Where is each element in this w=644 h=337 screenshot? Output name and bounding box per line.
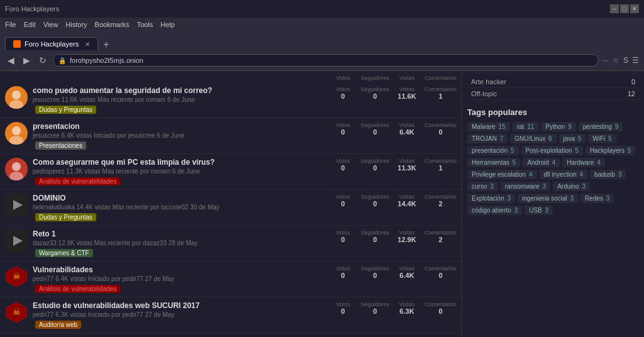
cloud-tag-count: 6 xyxy=(548,135,552,142)
cloud-tag[interactable]: Python 9 xyxy=(541,122,575,131)
table-row[interactable]: ☠ Herramientas para analizar vulnerabili… xyxy=(0,333,462,337)
post-avatar xyxy=(5,194,28,216)
minimize-button[interactable]: ─ xyxy=(610,4,619,13)
back-button[interactable]: ◀ xyxy=(5,54,17,67)
address-input[interactable]: 🔒 forohpysho2t5mjs.onion xyxy=(53,54,599,67)
table-row[interactable]: presentacionjesuscree 6.4K vistas Inicia… xyxy=(0,118,462,154)
cloud-tag[interactable]: WiFi 5 xyxy=(588,134,616,143)
cloud-tag[interactable]: código abierto 3 xyxy=(467,206,522,215)
stat-label: Vistas xyxy=(399,301,414,307)
table-row[interactable]: Reto 1dazaz33 12.9K vistas Más reciente … xyxy=(0,226,462,262)
more-button[interactable]: ··· xyxy=(602,56,609,65)
menu-bar: File Edit View History Bookmarks Tools H… xyxy=(0,18,644,31)
cloud-tag[interactable]: presentación 5 xyxy=(467,146,519,155)
post-tag[interactable]: Presentaciones xyxy=(35,141,86,150)
sidebar-category-row[interactable]: Arte hacker0 xyxy=(467,76,639,88)
post-info: Vulnerabilidadespedri77 6.4K vistas Inic… xyxy=(33,265,325,293)
stat-col: Vistas11.3K xyxy=(394,158,419,172)
stat-col: Seguidores0 xyxy=(360,86,389,100)
stat-col: Vistas6.4K xyxy=(394,122,419,136)
new-tab-button[interactable]: + xyxy=(99,39,113,50)
cloud-tag-count: 5 xyxy=(575,147,579,154)
stat-value: 1 xyxy=(438,92,442,100)
table-row[interactable]: DOMINIOhelenakatluska 14.4K vistas Más r… xyxy=(0,190,462,226)
table-row[interactable]: ☠ Estudio de vulnerabilidades web SUCURI… xyxy=(0,297,462,333)
menu-button[interactable]: ☰ xyxy=(632,56,639,65)
cloud-tag-count: 4 xyxy=(529,171,533,178)
stat-value: 11.6K xyxy=(397,92,416,100)
stat-col: Votos0 xyxy=(330,158,355,172)
cloud-tag[interactable]: java 5 xyxy=(559,134,586,143)
post-tag[interactable]: Análisis de vulnerabilidades xyxy=(35,177,120,185)
cloud-tag[interactable]: Explotación 3 xyxy=(467,194,515,203)
post-info: DOMINIOhelenakatluska 14.4K vistas Más r… xyxy=(33,194,325,221)
stat-col: Vistas14.4K xyxy=(394,194,419,207)
svg-text:☠: ☠ xyxy=(13,307,21,317)
cloud-tag[interactable]: ransomware 3 xyxy=(501,182,550,191)
menu-tools[interactable]: Tools xyxy=(137,21,153,28)
tags-title: Tags populares xyxy=(467,108,639,117)
cloud-tag[interactable]: Herramientas 5 xyxy=(467,158,520,167)
svg-point-5 xyxy=(9,172,23,180)
cloud-tag[interactable]: USB 3 xyxy=(525,206,553,215)
menu-view[interactable]: View xyxy=(43,21,58,28)
cloud-tag[interactable]: pentesting 9 xyxy=(579,122,623,131)
close-button[interactable]: ✕ xyxy=(630,4,639,13)
svg-point-1 xyxy=(9,100,23,109)
cloud-tag[interactable]: GNU/Linux 6 xyxy=(510,134,556,143)
post-tag[interactable]: Dudas y Preguntas xyxy=(35,213,96,221)
cloud-tag[interactable]: Post-exploitation 5 xyxy=(521,146,583,155)
menu-file[interactable]: File xyxy=(5,21,16,28)
menu-edit[interactable]: Edit xyxy=(24,21,36,28)
post-tag-line: Dudas y Preguntas xyxy=(33,213,325,221)
post-avatar: ☠ xyxy=(5,265,28,288)
stat-label: Seguidores xyxy=(360,301,389,307)
cloud-tag[interactable]: Arduino 3 xyxy=(553,182,590,191)
cloud-tag[interactable]: TROJAN 7 xyxy=(467,134,508,143)
title-bar: Foro Hackplayers ─ □ ✕ xyxy=(0,0,644,18)
post-title: Vulnerabilidades xyxy=(33,265,325,274)
cloud-tag-count: 5 xyxy=(511,147,514,154)
post-meta: jesuscree 11.6K vistas Más reciente por … xyxy=(33,96,325,103)
cloud-tag[interactable]: badusb 3 xyxy=(590,170,626,179)
tab-close-button[interactable]: ✕ xyxy=(85,41,90,48)
cloud-tag[interactable]: Malware 15 xyxy=(467,122,510,131)
reload-button[interactable]: ↻ xyxy=(36,54,49,67)
cloud-tag[interactable]: Hackplayers 5 xyxy=(586,146,635,155)
cloud-tag[interactable]: curso 3 xyxy=(467,182,498,191)
stat-value: 0 xyxy=(341,164,345,172)
cloud-tag-count: 9 xyxy=(615,123,619,130)
bookmark-button[interactable]: ☆ xyxy=(613,56,619,65)
cloud-tag[interactable]: Android 4 xyxy=(523,158,560,167)
cloud-tag[interactable]: rat 11 xyxy=(513,122,539,131)
cloud-tag[interactable]: Privilege escalation 4 xyxy=(467,170,537,179)
post-tag[interactable]: Wargames & CTF xyxy=(35,249,93,257)
svg-point-3 xyxy=(9,136,23,145)
maximize-button[interactable]: □ xyxy=(620,4,629,13)
cloud-tag[interactable]: Redes 3 xyxy=(580,194,614,203)
post-tag[interactable]: Análisis de vulnerabilidades xyxy=(35,285,120,293)
cloud-tag[interactable]: Hardware 4 xyxy=(562,158,605,167)
stat-label: Vistas xyxy=(399,229,414,236)
sync-button[interactable]: S xyxy=(623,56,628,65)
stat-value: 6.4K xyxy=(399,128,414,136)
table-row[interactable]: Como asegurarme que mi PC esta limpia de… xyxy=(0,154,462,190)
cloud-tag[interactable]: ingenieria social 3 xyxy=(518,194,578,203)
tab-bar: Foro Hackplayers ✕ + xyxy=(0,31,644,50)
table-row[interactable]: ☠ Vulnerabilidadespedri77 6.4K vistas In… xyxy=(0,262,462,297)
cloud-tag-count: 3 xyxy=(490,183,494,190)
menu-help[interactable]: Help xyxy=(160,21,175,28)
active-tab[interactable]: Foro Hackplayers ✕ xyxy=(5,37,98,50)
cloud-tag-count: 11 xyxy=(527,123,534,130)
table-row[interactable]: como puedo aumentar la seguridad de mi c… xyxy=(0,82,462,118)
menu-history[interactable]: History xyxy=(65,21,87,28)
menu-bookmarks[interactable]: Bookmarks xyxy=(95,21,130,28)
stat-col: Votos0 xyxy=(330,301,355,315)
sidebar-category-row[interactable]: Off-topic12 xyxy=(467,88,639,100)
cloud-tag[interactable]: dll inyection 4 xyxy=(540,170,588,179)
cloud-tag-count: 4 xyxy=(580,171,584,178)
stat-col: Seguidores0 xyxy=(360,194,389,207)
forward-button[interactable]: ▶ xyxy=(21,54,33,67)
post-tag[interactable]: Dudas y Preguntas xyxy=(35,106,96,114)
post-tag[interactable]: Auditoría web xyxy=(35,321,81,329)
